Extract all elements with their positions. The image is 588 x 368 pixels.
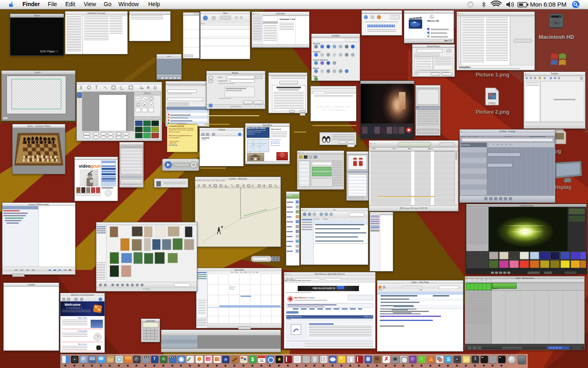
svg-text:PNG: PNG	[488, 101, 495, 105]
svg-text:?: ?	[96, 334, 99, 339]
